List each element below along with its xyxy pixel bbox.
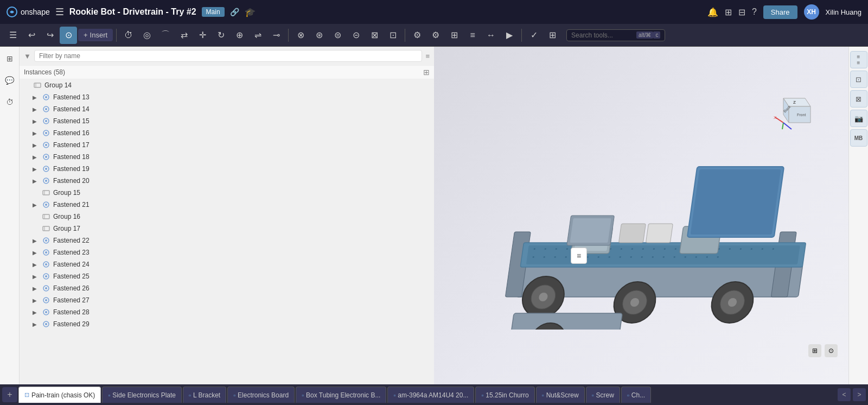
clock-tool[interactable]: ⏱ xyxy=(120,27,137,44)
instances-icon[interactable]: ⊞ xyxy=(423,68,430,77)
group-icon xyxy=(41,188,51,198)
mate2-tool[interactable]: ⊛ xyxy=(310,27,328,44)
insert-button[interactable]: + Insert xyxy=(78,29,113,41)
chevron-icon: ▶ xyxy=(33,321,41,327)
sphere-tool[interactable]: ◎ xyxy=(138,27,156,44)
notifications-icon[interactable]: 🔔 xyxy=(707,7,718,17)
tree-item-fastened26[interactable]: ▶Fastened 26 xyxy=(20,282,434,294)
right-icon-5[interactable]: MB xyxy=(850,129,867,147)
path-tool[interactable]: ⊸ xyxy=(267,27,285,44)
tree-item-group14[interactable]: Group 14 xyxy=(20,79,434,91)
mate5-tool[interactable]: ⊠ xyxy=(366,27,383,44)
tree-item-fastened14[interactable]: ▶Fastened 14 xyxy=(20,103,434,115)
tab-nut-screw[interactable]: ▫Nut&Screw xyxy=(536,387,585,403)
tree-item-fastened24[interactable]: ▶Fastened 24 xyxy=(20,258,434,270)
tab-side-electronics[interactable]: ▫Side Electronics Plate xyxy=(102,387,182,403)
tree-item-label: Group 16 xyxy=(53,213,80,220)
add-tab-button[interactable]: + xyxy=(2,387,17,402)
link-icon[interactable]: 🔗 xyxy=(230,8,239,16)
svg-point-18 xyxy=(45,180,47,182)
tree-item-label: Fastened 18 xyxy=(53,153,90,161)
menu-icon[interactable]: ☰ xyxy=(55,6,64,18)
tree-item-fastened20[interactable]: ▶Fastened 20 xyxy=(20,175,434,187)
check-tool[interactable]: ✓ xyxy=(525,27,542,44)
gear-tool[interactable]: ⚙ xyxy=(409,27,426,44)
viewport[interactable]: Z Back Front X ⊞ ⊙ ≡ xyxy=(434,47,848,384)
gear2-tool[interactable]: ⚙ xyxy=(427,27,444,44)
right-icon-1[interactable]: ≡≡ xyxy=(850,51,867,68)
tree-item-group16[interactable]: Group 16 xyxy=(20,211,434,223)
share-button[interactable]: Share xyxy=(763,5,797,19)
tree-item-fastened17[interactable]: ▶Fastened 17 xyxy=(20,139,434,151)
tab-box-tubing[interactable]: ▫Box Tubing Electronic B... xyxy=(296,387,386,403)
tab-churro[interactable]: ▫15.25in Churro xyxy=(475,387,534,403)
mate4-tool[interactable]: ⊝ xyxy=(347,27,365,44)
measure-tool[interactable]: ↔ xyxy=(482,27,500,44)
simulate-tool[interactable]: ▶ xyxy=(501,27,518,44)
tab-label: 15.25in Churro xyxy=(486,391,528,399)
right-icon-3[interactable]: ⊠ xyxy=(850,90,867,107)
undo-button[interactable]: ↩ xyxy=(23,27,40,44)
filter-input[interactable] xyxy=(34,50,423,62)
tree-item-group17[interactable]: Group 17 xyxy=(20,223,434,235)
apps-icon[interactable]: ⊟ xyxy=(738,7,745,17)
search-tools-input[interactable] xyxy=(571,31,636,39)
learn-icon[interactable]: 🎓 xyxy=(245,7,256,17)
viewport-tool-2[interactable]: ⊙ xyxy=(825,344,838,357)
mate-tool[interactable]: ⊗ xyxy=(292,27,309,44)
tree-item-fastened25[interactable]: ▶Fastened 25 xyxy=(20,270,434,282)
tab-am-3964a[interactable]: ▫am-3964a AM14U4 20... xyxy=(387,387,474,403)
viewport-tool-1[interactable]: ⊞ xyxy=(808,344,821,357)
right-icon-4[interactable]: 📷 xyxy=(850,110,867,127)
right-icon-2[interactable]: ⊡ xyxy=(850,71,867,88)
insert-icon: + xyxy=(84,31,88,39)
tree-item-fastened28[interactable]: ▶Fastened 28 xyxy=(20,306,434,318)
arc-tool[interactable]: ⌒ xyxy=(157,27,174,44)
flip-tool[interactable]: ⇄ xyxy=(175,27,193,44)
tree-item-fastened13[interactable]: ▶Fastened 13 xyxy=(20,91,434,103)
tab-pain-train[interactable]: ⊡Pain-train (chasis OK) xyxy=(18,387,101,403)
branch-badge[interactable]: Main xyxy=(202,7,225,17)
tree-scroll[interactable]: Group 14▶Fastened 13▶Fastened 14▶Fastene… xyxy=(20,79,434,384)
tree-item-fastened29[interactable]: ▶Fastened 29 xyxy=(20,318,434,330)
move-tool[interactable]: ✛ xyxy=(194,27,211,44)
tab-screw[interactable]: ▫Screw xyxy=(586,387,620,403)
panel-toggle-btn[interactable]: ≡ xyxy=(571,248,587,264)
help-icon[interactable]: ? xyxy=(752,7,757,17)
list-view-icon[interactable]: ≡ xyxy=(425,52,430,60)
tree-item-group15[interactable]: Group 15 xyxy=(20,187,434,199)
left-icon-filter[interactable]: ⊞ xyxy=(2,51,17,66)
rotate-tool[interactable]: ↻ xyxy=(212,27,229,44)
list-tool[interactable]: ≡ xyxy=(464,27,481,44)
tab-electronics-board[interactable]: ▫Electronics Board xyxy=(227,387,295,403)
tree-item-fastened19[interactable]: ▶Fastened 19 xyxy=(20,163,434,175)
tree-item-fastened18[interactable]: ▶Fastened 18 xyxy=(20,151,434,163)
tree-item-fastened15[interactable]: ▶Fastened 15 xyxy=(20,115,434,127)
tab-l-bracket[interactable]: ▫L Bracket xyxy=(183,387,226,403)
tab-nav-prev[interactable]: < xyxy=(838,388,851,401)
tree-item-fastened23[interactable]: ▶Fastened 23 xyxy=(20,246,434,258)
nav-cube[interactable]: Z Back Front X xyxy=(773,90,816,134)
left-icon-history[interactable]: ⏱ xyxy=(2,94,17,110)
mate6-tool[interactable]: ⊡ xyxy=(384,27,401,44)
mate3-tool[interactable]: ⊜ xyxy=(329,27,346,44)
grid-tool[interactable]: ⊞ xyxy=(445,27,463,44)
mirror-tool[interactable]: ⇌ xyxy=(249,27,266,44)
grid-icon[interactable]: ⊞ xyxy=(725,7,732,17)
tree-item-fastened16[interactable]: ▶Fastened 16 xyxy=(20,127,434,139)
tab-nav-next[interactable]: > xyxy=(853,388,866,401)
transform-tool[interactable]: ⊕ xyxy=(231,27,248,44)
left-icon-comment[interactable]: 💬 xyxy=(2,73,17,88)
redo-button[interactable]: ↪ xyxy=(41,27,59,44)
tree-item-fastened21[interactable]: ▶Fastened 21 xyxy=(20,199,434,211)
tab-label: Pain-train (chasis OK) xyxy=(31,391,95,399)
svg-rect-19 xyxy=(43,191,49,195)
toolbar-menu-btn[interactable]: ☰ xyxy=(4,27,22,44)
expand-tool[interactable]: ⊞ xyxy=(544,27,561,44)
tree-item-fastened27[interactable]: ▶Fastened 27 xyxy=(20,294,434,306)
select-button[interactable]: ⊙ xyxy=(60,27,77,44)
left-icon-strip: ⊞ 💬 ⏱ xyxy=(0,47,20,384)
svg-rect-107 xyxy=(508,313,622,330)
tree-item-fastened22[interactable]: ▶Fastened 22 xyxy=(20,235,434,246)
tab-ch[interactable]: ▫Ch... xyxy=(621,387,651,403)
